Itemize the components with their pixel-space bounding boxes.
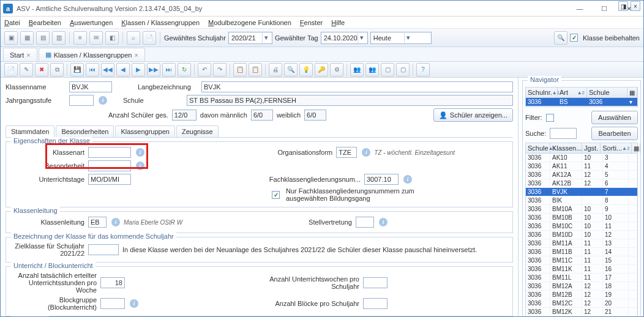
grid-menu-icon[interactable]: ▦ (632, 143, 640, 153)
grid-menu-icon[interactable]: ▦ (627, 88, 637, 97)
nav-row[interactable]: 3036BIK8 (526, 196, 637, 205)
copy-icon[interactable]: ⧉ (50, 63, 64, 76)
clip-icon[interactable]: 📋 (233, 63, 247, 76)
info-icon[interactable]: i (136, 162, 144, 170)
info-icon[interactable]: i (362, 148, 370, 157)
menu-fenster[interactable]: Fenster (300, 19, 323, 26)
menu-datei[interactable]: Datei (4, 19, 20, 26)
tb-icon[interactable]: ▦ (20, 31, 34, 45)
bloecke-input[interactable] (363, 298, 388, 309)
subtab-klassengruppen[interactable]: Klassengruppen (115, 125, 175, 137)
box-icon[interactable]: ▢ (396, 63, 410, 76)
ziel-input[interactable] (88, 244, 119, 255)
fwd-icon[interactable]: ▶ (132, 63, 145, 76)
nav-row[interactable]: 3036BM11B1114 (526, 248, 637, 256)
wochen-input[interactable] (363, 277, 388, 288)
fkg-input[interactable]: 3007.10 (364, 174, 399, 185)
tb-icon[interactable]: ≡ (73, 31, 87, 45)
last-icon[interactable]: ⏭ (162, 63, 176, 76)
nav-row[interactable]: 3036AK12B126 (526, 179, 637, 188)
nav-row[interactable]: 3036BM10B1010 (526, 214, 637, 222)
preview-icon[interactable]: 🔍 (284, 63, 298, 76)
bulb-icon[interactable]: 💡 (299, 63, 313, 76)
unterrichtstage-input[interactable]: MO/DI/MI (88, 174, 131, 185)
info-icon[interactable]: i (136, 148, 144, 157)
besonderheit-input[interactable] (88, 160, 131, 171)
suche-input[interactable] (550, 128, 577, 139)
nav-row[interactable]: 3036BM12C1220 (526, 299, 637, 308)
subtab-stammdaten[interactable]: Stammdaten (6, 125, 54, 137)
close-icon[interactable]: × (134, 51, 138, 59)
erteilt-input[interactable]: 18 (100, 277, 125, 288)
heute-combo[interactable]: Heute▾ (370, 32, 432, 44)
auswaehlen-button[interactable]: Auswählen (591, 111, 638, 124)
tb-icon[interactable]: ✉ (89, 31, 103, 45)
tab-klassen[interactable]: ▦Klassen / Klassengruppen× (39, 48, 145, 61)
keep-checkbox[interactable]: ✓ (570, 34, 578, 42)
stell-input[interactable] (356, 217, 374, 228)
orgform-input[interactable]: TZE (336, 147, 357, 158)
search-icon[interactable]: 🔍 (554, 31, 567, 45)
subtab-besonderheiten[interactable]: Besonderheiten (56, 125, 114, 137)
menu-hilfe[interactable]: Hilfe (331, 19, 345, 26)
nav-row[interactable]: 3036BM10D1012 (526, 231, 637, 239)
nav-row[interactable]: 3036BM10C1011 (526, 222, 637, 231)
nav-row[interactable]: 3036BVJK7 (526, 188, 637, 196)
nav-row[interactable]: 3036BM12A1218 (526, 282, 637, 291)
print-icon[interactable]: 🖨 (269, 63, 282, 76)
subtab-zeugnisse[interactable]: Zeugnisse (176, 125, 219, 137)
nav-row[interactable]: 3036BM11C1115 (526, 256, 637, 265)
back-icon[interactable]: ◀ (116, 63, 130, 76)
nav-row[interactable]: 3036BM11K1116 (526, 265, 637, 274)
klassenart-input[interactable] (88, 147, 131, 158)
block-input[interactable] (100, 298, 125, 309)
nav-row[interactable]: 3036BM12B1219 (526, 291, 637, 299)
tb-icon[interactable]: ⌕ (127, 31, 140, 45)
nav-school-row[interactable]: 3036 BS 3036 ▾ (526, 98, 637, 106)
menu-modul[interactable]: Modulbezogene Funktionen (208, 19, 291, 26)
menu-klassen[interactable]: Klassen / Klassengruppen (121, 19, 200, 26)
nav-row[interactable]: 3036AK12A125 (526, 171, 637, 179)
minimize-button[interactable]: — (567, 1, 592, 16)
langbez-input[interactable]: BVJK (201, 81, 513, 92)
next-icon[interactable]: ▶▶ (147, 63, 160, 76)
bearbeiten-button[interactable]: Bearbeiten (591, 127, 638, 140)
panel-close-icon[interactable]: × (631, 1, 640, 11)
maximize-button[interactable]: ☐ (592, 1, 616, 16)
save-icon[interactable]: 💾 (70, 63, 84, 76)
first-icon[interactable]: ⏮ (86, 63, 99, 76)
schueler-anzeigen-button[interactable]: 👤Schüler anzeigen... (433, 108, 513, 122)
nav-row[interactable]: 3036BM11A1113 (526, 239, 637, 248)
delete-icon[interactable]: ✖ (35, 63, 48, 76)
menu-auswertungen[interactable]: Auswertungen (70, 19, 113, 26)
users-icon[interactable]: 👥 (365, 63, 379, 76)
nav-row[interactable]: 3036BM12K1221 (526, 308, 637, 316)
nav-row[interactable]: 3036AK11114 (526, 162, 637, 171)
schuljahr-combo[interactable]: 2020/21▾ (228, 32, 272, 44)
menu-bearbeiten[interactable]: Bearbeiten (29, 19, 61, 26)
info-icon[interactable]: i (403, 175, 412, 184)
info-icon[interactable]: i (130, 299, 138, 308)
key-icon[interactable]: 🔑 (315, 63, 328, 76)
tb-icon[interactable]: ▥ (52, 31, 66, 45)
box-icon[interactable]: ▢ (381, 63, 394, 76)
undo-icon[interactable]: ↶ (198, 63, 211, 76)
nav-row[interactable]: 3036BM10A109 (526, 205, 637, 214)
new-icon[interactable]: 📄 (4, 63, 18, 76)
jgst-input[interactable] (69, 95, 94, 106)
tb-icon[interactable]: ▣ (4, 31, 18, 45)
klassenname-input[interactable]: BVJK (69, 81, 112, 92)
info-icon[interactable]: i (111, 218, 120, 226)
nav-row[interactable]: 3036AK10103 (526, 154, 637, 162)
refresh-icon[interactable]: ↻ (178, 63, 191, 76)
tb-icon[interactable]: ◧ (105, 31, 119, 45)
tb-icon[interactable]: ▤ (36, 31, 50, 45)
users-icon[interactable]: 👥 (350, 63, 364, 76)
tab-start[interactable]: Start× (3, 48, 37, 61)
kl-input[interactable]: EB (88, 217, 107, 228)
help-icon[interactable]: ? (416, 63, 430, 76)
gear-icon[interactable]: ⚙ (330, 63, 343, 76)
redo-icon[interactable]: ↷ (213, 63, 227, 76)
tag-combo[interactable]: 24.10.2020▾ (321, 32, 368, 44)
close-icon[interactable]: × (26, 51, 30, 59)
